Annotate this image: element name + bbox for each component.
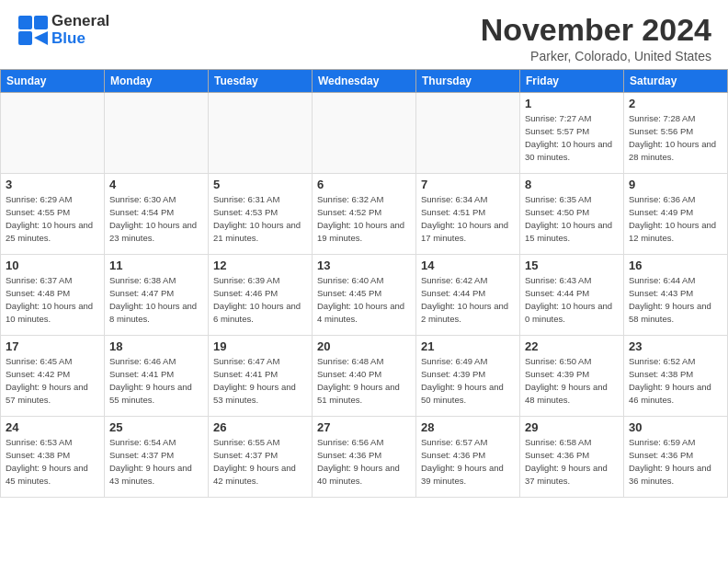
calendar-cell: 12Sunrise: 6:39 AM Sunset: 4:46 PM Dayli… <box>209 255 313 336</box>
day-info: Sunrise: 6:54 AM Sunset: 4:37 PM Dayligh… <box>109 436 203 487</box>
day-number: 26 <box>213 420 307 434</box>
calendar-cell: 16Sunrise: 6:44 AM Sunset: 4:43 PM Dayli… <box>624 255 728 336</box>
day-number: 21 <box>421 339 515 353</box>
day-info: Sunrise: 6:42 AM Sunset: 4:44 PM Dayligh… <box>421 274 515 325</box>
day-number: 1 <box>525 97 619 110</box>
calendar-cell <box>1 93 105 174</box>
day-number: 23 <box>629 339 722 353</box>
calendar-cell: 23Sunrise: 6:52 AM Sunset: 4:38 PM Dayli… <box>624 336 728 417</box>
calendar-table: Sunday Monday Tuesday Wednesday Thursday… <box>0 69 728 498</box>
calendar-cell: 30Sunrise: 6:59 AM Sunset: 4:36 PM Dayli… <box>624 417 728 498</box>
month-title: November 2024 <box>481 13 711 47</box>
day-info: Sunrise: 6:52 AM Sunset: 4:38 PM Dayligh… <box>629 355 722 406</box>
col-saturday: Saturday <box>624 70 728 93</box>
day-number: 13 <box>317 259 411 272</box>
day-info: Sunrise: 6:59 AM Sunset: 4:36 PM Dayligh… <box>629 436 722 487</box>
calendar-cell: 14Sunrise: 6:42 AM Sunset: 4:44 PM Dayli… <box>416 255 520 336</box>
title-block: November 2024 Parker, Colorado, United S… <box>481 13 711 63</box>
logo: General Blue <box>17 13 109 47</box>
day-number: 10 <box>6 259 99 272</box>
calendar-cell: 20Sunrise: 6:48 AM Sunset: 4:40 PM Dayli… <box>313 336 416 417</box>
calendar-cell: 27Sunrise: 6:56 AM Sunset: 4:36 PM Dayli… <box>313 417 416 498</box>
calendar-cell: 28Sunrise: 6:57 AM Sunset: 4:36 PM Dayli… <box>416 417 520 498</box>
col-monday: Monday <box>105 70 209 93</box>
logo-general: General <box>51 12 109 29</box>
day-info: Sunrise: 6:56 AM Sunset: 4:36 PM Dayligh… <box>317 436 411 487</box>
day-number: 19 <box>213 339 307 353</box>
calendar-cell: 29Sunrise: 6:58 AM Sunset: 4:36 PM Dayli… <box>520 417 624 498</box>
col-friday: Friday <box>520 70 624 93</box>
calendar-week-row: 3Sunrise: 6:29 AM Sunset: 4:55 PM Daylig… <box>1 174 728 255</box>
calendar-cell: 3Sunrise: 6:29 AM Sunset: 4:55 PM Daylig… <box>1 174 105 255</box>
calendar-cell: 8Sunrise: 6:35 AM Sunset: 4:50 PM Daylig… <box>520 174 624 255</box>
day-info: Sunrise: 6:55 AM Sunset: 4:37 PM Dayligh… <box>213 436 307 487</box>
calendar-week-row: 1Sunrise: 7:27 AM Sunset: 5:57 PM Daylig… <box>1 93 728 174</box>
day-info: Sunrise: 6:46 AM Sunset: 4:41 PM Dayligh… <box>109 355 203 406</box>
calendar-cell: 18Sunrise: 6:46 AM Sunset: 4:41 PM Dayli… <box>105 336 209 417</box>
calendar-cell <box>105 93 209 174</box>
calendar-cell: 26Sunrise: 6:55 AM Sunset: 4:37 PM Dayli… <box>209 417 313 498</box>
day-info: Sunrise: 6:31 AM Sunset: 4:53 PM Dayligh… <box>213 193 307 244</box>
day-number: 29 <box>525 420 619 434</box>
day-info: Sunrise: 6:43 AM Sunset: 4:44 PM Dayligh… <box>525 274 619 325</box>
svg-rect-0 <box>18 16 32 29</box>
calendar-cell: 2Sunrise: 7:28 AM Sunset: 5:56 PM Daylig… <box>624 93 728 174</box>
day-number: 18 <box>109 339 203 353</box>
calendar-cell: 17Sunrise: 6:45 AM Sunset: 4:42 PM Dayli… <box>1 336 105 417</box>
day-info: Sunrise: 6:48 AM Sunset: 4:40 PM Dayligh… <box>317 355 411 406</box>
col-wednesday: Wednesday <box>313 70 416 93</box>
day-info: Sunrise: 6:37 AM Sunset: 4:48 PM Dayligh… <box>6 274 99 325</box>
day-info: Sunrise: 6:38 AM Sunset: 4:47 PM Dayligh… <box>109 274 203 325</box>
day-info: Sunrise: 6:35 AM Sunset: 4:50 PM Dayligh… <box>525 193 619 244</box>
day-info: Sunrise: 6:58 AM Sunset: 4:36 PM Dayligh… <box>525 436 619 487</box>
day-info: Sunrise: 6:30 AM Sunset: 4:54 PM Dayligh… <box>109 193 203 244</box>
day-number: 3 <box>6 178 99 191</box>
calendar-header-row: Sunday Monday Tuesday Wednesday Thursday… <box>1 70 728 93</box>
day-number: 6 <box>317 178 411 191</box>
day-info: Sunrise: 6:36 AM Sunset: 4:49 PM Dayligh… <box>629 193 722 244</box>
calendar-cell <box>416 93 520 174</box>
logo-blue: Blue <box>51 29 85 47</box>
day-info: Sunrise: 6:39 AM Sunset: 4:46 PM Dayligh… <box>213 274 307 325</box>
day-number: 8 <box>525 178 619 191</box>
day-number: 2 <box>629 97 722 110</box>
col-sunday: Sunday <box>1 70 105 93</box>
day-number: 27 <box>317 420 411 434</box>
calendar-cell: 21Sunrise: 6:49 AM Sunset: 4:39 PM Dayli… <box>416 336 520 417</box>
day-number: 4 <box>109 178 203 191</box>
day-info: Sunrise: 6:57 AM Sunset: 4:36 PM Dayligh… <box>421 436 515 487</box>
day-info: Sunrise: 7:28 AM Sunset: 5:56 PM Dayligh… <box>629 112 722 163</box>
day-info: Sunrise: 6:45 AM Sunset: 4:42 PM Dayligh… <box>6 355 99 406</box>
calendar-week-row: 10Sunrise: 6:37 AM Sunset: 4:48 PM Dayli… <box>1 255 728 336</box>
day-info: Sunrise: 6:29 AM Sunset: 4:55 PM Dayligh… <box>6 193 99 244</box>
calendar-cell: 15Sunrise: 6:43 AM Sunset: 4:44 PM Dayli… <box>520 255 624 336</box>
day-info: Sunrise: 6:44 AM Sunset: 4:43 PM Dayligh… <box>629 274 722 325</box>
day-info: Sunrise: 6:53 AM Sunset: 4:38 PM Dayligh… <box>6 436 99 487</box>
day-number: 25 <box>109 420 203 434</box>
location: Parker, Colorado, United States <box>481 49 711 63</box>
day-number: 15 <box>525 259 619 272</box>
day-number: 11 <box>109 259 203 272</box>
day-info: Sunrise: 6:50 AM Sunset: 4:39 PM Dayligh… <box>525 355 619 406</box>
day-number: 5 <box>213 178 307 191</box>
svg-rect-1 <box>34 16 48 29</box>
calendar-cell <box>209 93 313 174</box>
calendar-cell: 19Sunrise: 6:47 AM Sunset: 4:41 PM Dayli… <box>209 336 313 417</box>
calendar-week-row: 17Sunrise: 6:45 AM Sunset: 4:42 PM Dayli… <box>1 336 728 417</box>
day-number: 28 <box>421 420 515 434</box>
day-number: 12 <box>213 259 307 272</box>
day-info: Sunrise: 6:40 AM Sunset: 4:45 PM Dayligh… <box>317 274 411 325</box>
day-number: 7 <box>421 178 515 191</box>
day-number: 30 <box>629 420 722 434</box>
calendar-cell: 6Sunrise: 6:32 AM Sunset: 4:52 PM Daylig… <box>313 174 416 255</box>
day-number: 22 <box>525 339 619 353</box>
svg-marker-3 <box>34 31 48 45</box>
calendar-cell: 24Sunrise: 6:53 AM Sunset: 4:38 PM Dayli… <box>1 417 105 498</box>
calendar-week-row: 24Sunrise: 6:53 AM Sunset: 4:38 PM Dayli… <box>1 417 728 498</box>
day-number: 24 <box>6 420 99 434</box>
svg-rect-2 <box>18 31 32 45</box>
day-number: 20 <box>317 339 411 353</box>
calendar-cell: 4Sunrise: 6:30 AM Sunset: 4:54 PM Daylig… <box>105 174 209 255</box>
day-number: 17 <box>6 339 99 353</box>
calendar-cell: 13Sunrise: 6:40 AM Sunset: 4:45 PM Dayli… <box>313 255 416 336</box>
